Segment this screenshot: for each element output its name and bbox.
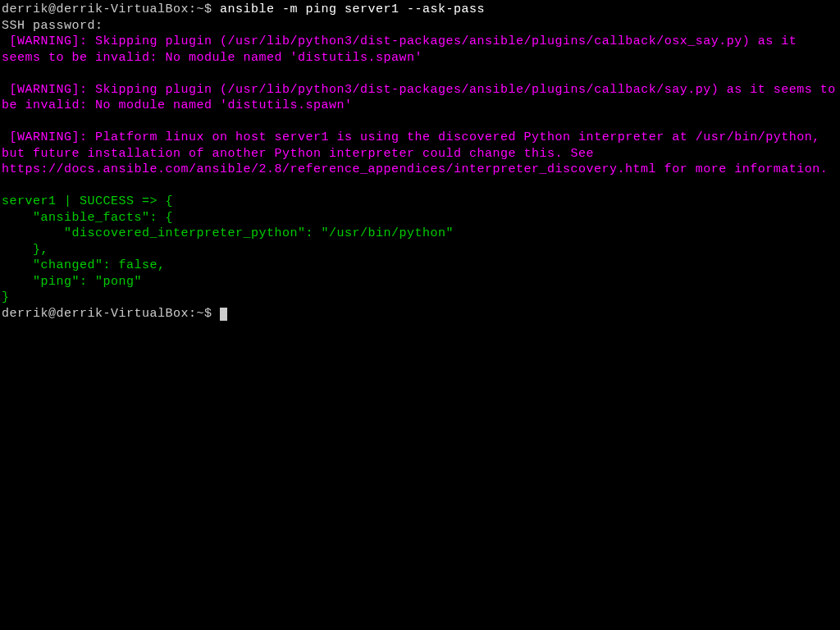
ssh-password-prompt: SSH password: — [2, 19, 103, 33]
success-output-line6: "ping": "pong" — [2, 275, 142, 289]
entered-command: ansible -m ping server1 --ask-pass — [220, 2, 485, 16]
shell-prompt: derrik@derrik-VirtualBox:~$ — [2, 2, 220, 16]
success-output-line1: server1 | SUCCESS => { — [2, 194, 173, 208]
success-output-line4: }, — [2, 243, 48, 257]
success-output-line5: "changed": false, — [2, 258, 166, 272]
success-output-line7: } — [2, 290, 10, 304]
cursor — [220, 308, 227, 321]
success-output-line3: "discovered_interpreter_python": "/usr/b… — [2, 226, 454, 240]
warning-say: [WARNING]: Skipping plugin (/usr/lib/pyt… — [2, 83, 840, 113]
warning-interpreter: [WARNING]: Platform linux on host server… — [2, 130, 828, 176]
success-output-line2: "ansible_facts": { — [2, 211, 173, 225]
warning-osx-say: [WARNING]: Skipping plugin (/usr/lib/pyt… — [2, 34, 805, 65]
terminal-output[interactable]: derrik@derrik-VirtualBox:~$ ansible -m p… — [2, 2, 838, 322]
shell-prompt-end: derrik@derrik-VirtualBox:~$ — [2, 307, 220, 321]
